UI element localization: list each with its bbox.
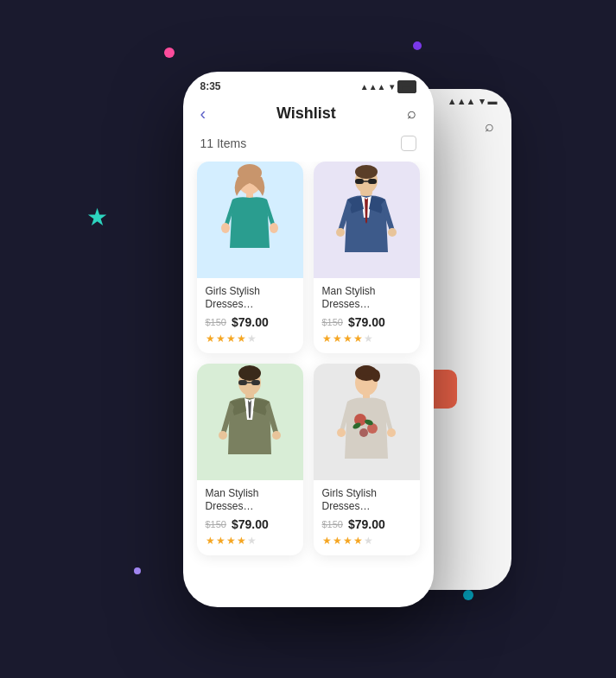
product-image-2: [314, 162, 420, 278]
price-new-1: $79.00: [232, 315, 269, 329]
wifi-icon: ▾: [479, 96, 485, 107]
svg-point-4: [270, 223, 278, 233]
product-info-2: Man Stylish Dresses… $150 $79.00 ★★★★★: [314, 278, 420, 353]
svg-rect-6: [355, 179, 364, 184]
stars-1: ★★★★★: [206, 333, 295, 345]
search-button[interactable]: ⌕: [407, 105, 416, 123]
price-row-1: $150 $79.00: [206, 315, 295, 329]
phone-header: ‹ Wishlist ⌕: [183, 98, 434, 132]
product-name-1: Girls Stylish Dresses…: [206, 285, 295, 312]
battery-icon: ▬: [397, 80, 416, 93]
back-search-icon[interactable]: ⌕: [485, 117, 494, 136]
price-row-3: $150 $79.00: [206, 517, 295, 531]
svg-point-31: [337, 428, 346, 437]
svg-point-19: [219, 431, 227, 440]
wifi-icon: ▾: [390, 82, 394, 92]
svg-rect-15: [251, 380, 260, 385]
svg-point-24: [372, 370, 380, 382]
back-button[interactable]: ‹: [200, 104, 206, 124]
phones-container: ▲▲▲ ▾ ▬ ishlist ⌕ Wishlist been in wishl…: [183, 72, 434, 607]
decoration-star: ★: [86, 203, 108, 231]
decoration-dot-purple2: [134, 567, 141, 574]
product-image-3: [197, 364, 303, 480]
price-old-2: $150: [322, 317, 343, 327]
svg-point-20: [272, 431, 281, 440]
battery-icon: ▬: [488, 96, 498, 106]
signal-bars-icon: ▲▲▲: [360, 82, 386, 92]
select-all-checkbox[interactable]: [401, 136, 416, 151]
svg-point-12: [388, 228, 397, 237]
svg-point-28: [359, 428, 368, 437]
svg-rect-7: [368, 179, 377, 184]
decoration-dot-purple: [413, 41, 422, 50]
price-old-4: $150: [322, 519, 343, 529]
product-info-4: Girls Stylish Dresses… $150 $79.00 ★★★★★: [314, 480, 420, 555]
svg-rect-14: [238, 380, 247, 385]
product-card-3[interactable]: Man Stylish Dresses… $150 $79.00 ★★★★★: [197, 364, 303, 555]
product-card-1[interactable]: Girls Stylish Dresses… $150 $79.00 ★★★★★: [197, 162, 303, 353]
back-status-icons: ▲▲▲ ▾ ▬: [448, 96, 498, 107]
price-new-4: $79.00: [348, 517, 385, 531]
price-new-3: $79.00: [232, 517, 269, 531]
price-row-4: $150 $79.00: [322, 517, 411, 531]
svg-point-17: [238, 365, 261, 381]
product-name-2: Man Stylish Dresses…: [322, 285, 411, 312]
page-title: Wishlist: [276, 105, 336, 123]
stars-3: ★★★★★: [206, 535, 295, 547]
svg-point-3: [221, 223, 230, 233]
signal-icon: ▲▲▲: [448, 96, 476, 106]
stars-4: ★★★★★: [322, 535, 411, 547]
svg-point-11: [336, 228, 345, 237]
stars-2: ★★★★★: [322, 333, 411, 345]
svg-point-32: [387, 428, 396, 437]
price-old-1: $150: [206, 317, 226, 327]
front-status-icons: ▲▲▲ ▾ ▬: [360, 80, 416, 93]
product-card-2[interactable]: Man Stylish Dresses… $150 $79.00 ★★★★★: [314, 162, 420, 353]
decoration-dot-pink: [164, 48, 175, 58]
front-status-bar: 8:35 ▲▲▲ ▾ ▬: [183, 72, 434, 98]
product-card-4[interactable]: Girls Stylish Dresses… $150 $79.00 ★★★★★: [314, 364, 420, 555]
phone-front: 8:35 ▲▲▲ ▾ ▬ ‹ Wishlist ⌕ 11 Items: [183, 72, 434, 607]
price-old-3: $150: [206, 519, 226, 529]
product-info-1: Girls Stylish Dresses… $150 $79.00 ★★★★★: [197, 278, 303, 353]
product-image-1: [197, 162, 303, 278]
products-grid: Girls Stylish Dresses… $150 $79.00 ★★★★★: [183, 162, 434, 569]
product-name-4: Girls Stylish Dresses…: [322, 487, 411, 514]
product-info-3: Man Stylish Dresses… $150 $79.00 ★★★★★: [197, 480, 303, 555]
decoration-dot-cyan: [463, 590, 473, 600]
items-bar: 11 Items: [183, 132, 434, 162]
status-time: 8:35: [200, 80, 221, 92]
price-row-2: $150 $79.00: [322, 315, 411, 329]
items-count: 11 Items: [200, 136, 247, 150]
product-name-3: Man Stylish Dresses…: [206, 487, 295, 514]
svg-point-9: [355, 165, 378, 179]
product-image-4: [314, 364, 420, 480]
price-new-2: $79.00: [348, 315, 385, 329]
